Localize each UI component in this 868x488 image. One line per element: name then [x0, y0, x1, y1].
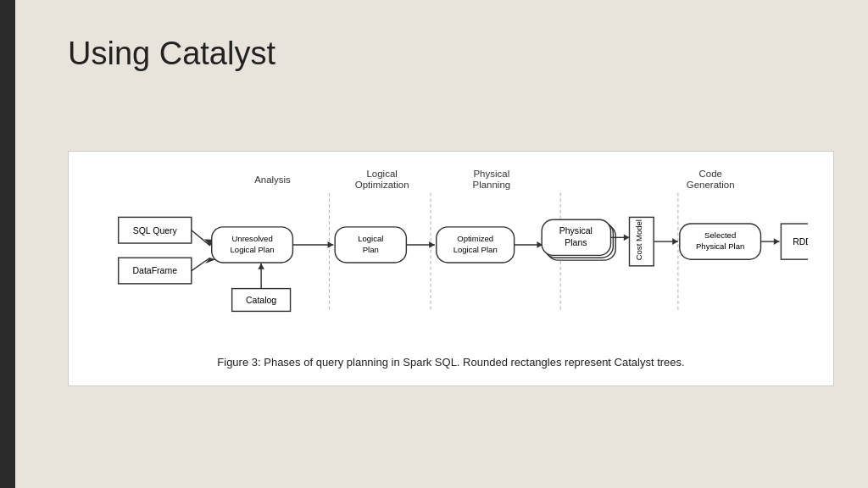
svg-text:Logical: Logical — [366, 169, 397, 179]
svg-text:RDDs: RDDs — [793, 236, 808, 247]
svg-text:Optimized: Optimized — [457, 234, 493, 243]
page-title: Using Catalyst — [68, 36, 275, 72]
svg-marker-55 — [258, 263, 264, 269]
svg-text:Unresolved: Unresolved — [231, 234, 272, 243]
svg-text:Physical: Physical — [473, 169, 509, 179]
svg-marker-40 — [624, 235, 630, 241]
svg-text:Planning: Planning — [473, 180, 511, 190]
svg-line-15 — [192, 230, 210, 246]
svg-text:DataFrame: DataFrame — [132, 265, 177, 275]
svg-marker-44 — [672, 238, 678, 245]
diagram-svg: Analysis Logical Optimization Physical P… — [94, 169, 808, 347]
diagram-container: Analysis Logical Optimization Physical P… — [68, 151, 834, 386]
svg-text:Logical Plan: Logical Plan — [453, 245, 498, 254]
svg-text:Physical: Physical — [559, 226, 593, 236]
svg-marker-28 — [429, 241, 435, 248]
svg-text:Plans: Plans — [565, 237, 587, 247]
svg-text:Cost Model: Cost Model — [634, 219, 643, 260]
svg-text:Generation: Generation — [687, 180, 735, 190]
svg-text:Logical: Logical — [358, 234, 383, 243]
svg-text:Selected: Selected — [704, 230, 736, 240]
svg-text:Logical Plan: Logical Plan — [231, 245, 275, 254]
svg-text:Code: Code — [698, 169, 721, 179]
svg-text:Analysis: Analysis — [254, 175, 291, 185]
svg-text:Physical Plan: Physical Plan — [696, 241, 744, 251]
diagram-area: Analysis Logical Optimization Physical P… — [94, 169, 808, 347]
svg-text:Plan: Plan — [363, 245, 379, 254]
svg-text:SQL Query: SQL Query — [133, 225, 178, 236]
left-bar — [0, 0, 15, 488]
svg-marker-23 — [328, 241, 334, 248]
svg-marker-49 — [774, 238, 780, 245]
svg-text:Catalog: Catalog — [246, 295, 276, 305]
svg-text:Optimization: Optimization — [355, 180, 409, 190]
diagram-caption: Figure 3: Phases of query planning in Sp… — [94, 356, 808, 369]
svg-line-17 — [192, 258, 210, 270]
